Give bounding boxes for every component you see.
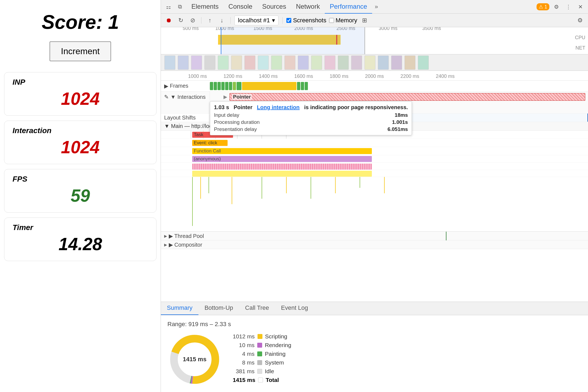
close-icon[interactable]: ✕ [575,2,585,12]
scrubber-line[interactable] [221,27,221,54]
thread-pool-row[interactable]: ▶ ▶ Thread Pool [161,232,588,240]
memory-toggle[interactable]: Memory [329,17,357,24]
frame-block [225,82,228,90]
clear-icon[interactable]: ⊘ [188,16,197,25]
interaction-label: Interaction [13,126,148,135]
legend-system: 8 ms System [233,359,291,366]
frames-text: Frames [170,83,188,89]
screenshot-thumb [204,56,215,70]
anonymous-bar[interactable]: (anonymous) [192,156,372,162]
memory-label: Memory [336,17,357,24]
interactions-track-row: ✎ ▼ Interactions ▶ Pointer 1 [161,91,588,114]
frames-track-row: ▶ Frames [161,81,588,91]
flamechart-tick-2400: 2400 ms [436,74,455,79]
gear-icon[interactable]: ⚙ [575,16,585,25]
tab-performance[interactable]: Performance [325,0,372,14]
devtools-panel: ⚏ ⧉ Elements Console Sources Network Per… [161,0,588,392]
legend-total-name: Total [266,377,279,383]
green-vline-5 [360,177,360,188]
function-call-bar[interactable]: Function Call [192,148,372,154]
event-click-bar[interactable]: Event: click [192,140,228,146]
tab-elements[interactable]: Elements [186,0,223,14]
layout-shifts-text: Layout Shifts [164,115,196,121]
screenshot-thumb [284,56,295,70]
tab-event-log[interactable]: Event Log [275,301,314,315]
net-label: NET [575,45,585,51]
screenshots-checkbox[interactable] [286,18,291,23]
yellow-bar[interactable] [192,171,372,177]
frame-block [218,82,221,90]
pointer-bar[interactable]: Pointer [229,93,585,101]
tab-more[interactable]: » [372,3,381,10]
yellow-vline-2 [232,177,232,204]
devtools-undock-icon[interactable]: ⧉ [175,2,185,12]
thread-pool-label: ▶ ▶ Thread Pool [161,233,204,239]
flamechart-area[interactable]: 1000 ms 1200 ms 1400 ms 1600 ms 1800 ms … [161,71,588,302]
record-icon[interactable]: ⏺ [164,16,173,25]
tooltip-presentation-value: 6.051ms [387,126,408,132]
tab-call-tree[interactable]: Call Tree [239,301,275,315]
memory-icon[interactable]: ⊞ [360,16,369,25]
pointer-label: Pointer [232,94,252,100]
tab-console[interactable]: Console [223,0,257,14]
download-icon[interactable]: ↓ [217,16,226,25]
url-dropdown-icon: ▾ [272,17,275,24]
timeline-overview[interactable]: 500 ms 1000 ms 1500 ms 2000 ms 2500 ms 3… [161,27,588,54]
flamechart-tick-1800: 1800 ms [330,74,348,79]
legend-total: 1415 ms Total [233,377,291,383]
reload-record-icon[interactable]: ↻ [176,16,185,25]
yellow-vline-5 [384,177,385,193]
summary-content: 1415 ms 1012 ms Scripting 10 ms Renderin… [167,332,581,387]
tab-summary[interactable]: Summary [161,301,198,315]
tick-3000ms: 3000 ms [379,27,397,31]
interaction-card: Interaction 1024 [4,121,157,164]
devtools-dock-icon[interactable]: ⚏ [164,2,173,12]
settings-icon[interactable]: ⚙ [552,2,561,12]
tooltip-input-delay-value: 18ms [395,112,408,118]
screenshot-thumb [178,56,189,70]
legend-idle-ms: 381 ms [233,368,255,375]
bottom-tabs: Summary Bottom-Up Call Tree Event Log [161,302,588,315]
memory-checkbox[interactable] [329,18,334,23]
tooltip-box: 1.03 s Pointer Long interaction is indic… [210,101,412,135]
selection-range[interactable] [221,27,365,54]
interactions-label: ✎ ▼ Interactions [161,91,210,100]
url-label: localhost #1 [238,17,270,24]
frames-label: ▶ Frames [161,83,210,89]
tooltip-link[interactable]: Long interaction [257,104,300,110]
legend-total-color [258,378,263,382]
frame-block-large [242,82,296,90]
flamechart-tick-2000: 2000 ms [365,74,384,79]
tab-sources[interactable]: Sources [257,0,291,14]
inp-value: 1024 [13,89,148,109]
interactions-triangle[interactable]: ▼ [170,94,176,100]
upload-icon[interactable]: ↑ [205,16,215,25]
yellow-vline [200,177,201,199]
yellow-vline-4 [335,177,336,193]
more-options-icon[interactable]: ⋮ [564,2,573,12]
score-value: 1 [108,11,119,33]
thread-pool-content [204,232,588,240]
pink-flame-row [161,163,588,170]
frames-triangle[interactable]: ▶ [164,83,168,89]
function-call-flame-row: Function Call [161,147,588,155]
compositor-label: ▶ ▶ Compositor [161,241,202,248]
tab-network[interactable]: Network [291,0,325,14]
increment-button[interactable]: Increment [50,41,111,61]
legend-system-name: System [265,359,284,366]
screenshot-thumb [191,56,202,70]
event-click-label: Event: click [194,140,217,146]
fps-value: 59 [13,186,148,206]
screenshot-thumb [258,56,269,70]
screenshot-thumb [164,56,175,70]
time-marker [191,131,191,139]
compositor-triangle: ▶ [164,243,167,247]
screenshots-toggle[interactable]: Screenshots [286,17,326,24]
url-selector[interactable]: localhost #1 ▾ [234,16,278,25]
pink-bar[interactable] [192,164,372,170]
timer-label: Timer [13,223,148,232]
tab-bottom-up[interactable]: Bottom-Up [198,301,239,315]
interactions-content: ▶ Pointer 1.03 s Pointer Long interactio… [210,91,588,113]
compositor-row[interactable]: ▶ ▶ Compositor [161,240,588,249]
warning-badge[interactable]: ⚠ 1 [537,3,549,10]
